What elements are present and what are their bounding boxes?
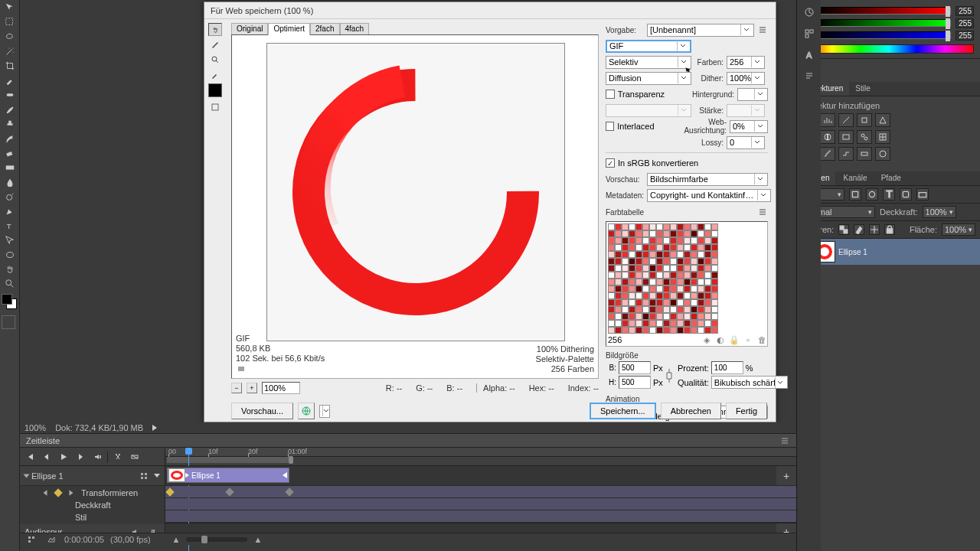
dock-para-icon[interactable] [800,67,818,86]
tl-mute-icon[interactable] [90,450,104,464]
ct-diamond-icon[interactable]: ◈ [703,336,710,344]
eyedropper-tool[interactable] [2,73,18,87]
filter-shape-icon[interactable] [900,188,912,201]
color-table[interactable]: 256 ◈ ◐ 🔒 ▫ 🗑 [606,221,768,347]
tab-2fach[interactable]: 2fach [310,23,339,35]
tl-first-icon[interactable] [23,450,37,464]
colortable-menu-icon[interactable] [757,207,768,217]
dither-select[interactable]: 100% [727,72,765,85]
zoom-select[interactable]: 100% [262,382,300,394]
zoom-icon[interactable] [208,53,222,67]
tl-prev-icon[interactable] [40,450,54,464]
zoom-in-icon[interactable]: + [247,383,257,393]
tl-options-icon[interactable] [24,533,38,546]
shape-tool[interactable] [2,248,18,262]
tl-split-icon[interactable] [111,450,125,464]
lock-pixel-icon[interactable] [854,224,864,235]
adj-curves-icon[interactable] [838,113,854,127]
crop-tool[interactable] [2,59,18,73]
lasso-tool[interactable] [2,30,18,44]
history-brush-tool[interactable] [2,132,18,145]
link-icon[interactable] [666,365,672,386]
b-slider[interactable] [815,31,951,39]
adj-poster-icon[interactable] [820,147,835,161]
reduction-select[interactable]: Selektiv [606,56,691,69]
track-grid-icon[interactable] [137,469,151,483]
track-disclose-icon[interactable] [24,474,30,478]
adj-photo-icon[interactable] [838,130,854,144]
wand-tool[interactable] [2,44,18,58]
filter-pixel-icon[interactable] [849,188,861,201]
zoom-out-icon[interactable]: − [231,383,242,393]
metadata-select[interactable]: Copyright- und Kontaktinformationen [647,189,771,202]
layer-fill-input[interactable]: 100%▾ [942,223,975,236]
tab-optimiert[interactable]: Optimiert [268,23,310,35]
matte-select[interactable] [737,88,768,101]
hand-tool[interactable] [2,262,18,276]
adj-exposure-icon[interactable] [857,113,872,127]
heal-tool[interactable] [2,88,18,102]
preset-menu-icon[interactable] [757,24,768,35]
type-tool[interactable]: T [2,219,18,233]
slice-icon[interactable] [208,37,222,51]
brush-tool[interactable] [2,103,18,116]
track-menu-icon[interactable] [154,474,160,478]
dock-swatches-icon[interactable] [800,24,818,43]
tl-zoom-in-icon[interactable]: ▲ [253,535,262,544]
spectrum-bar[interactable] [803,44,974,54]
dodge-tool[interactable] [2,190,18,204]
interlaced-checkbox[interactable] [606,122,614,131]
tl-zoom-out-icon[interactable]: ▲ [172,535,181,544]
dock-history-icon[interactable] [800,3,818,21]
filter-type-icon[interactable]: T [883,188,895,201]
color-swatches[interactable] [2,294,17,329]
move-tool[interactable] [2,1,18,15]
height-input[interactable] [619,376,651,389]
lock-pos-icon[interactable] [869,224,880,235]
lock-trans-icon[interactable] [838,224,849,235]
tl-zoom-slider[interactable] [186,537,247,542]
tl-render-icon[interactable] [44,533,58,546]
g-slider[interactable] [815,19,951,27]
bandwidth-menu-icon[interactable] [236,364,247,374]
tab-pfade[interactable]: Pfade [875,171,907,185]
format-select[interactable]: GIF [606,40,691,53]
eyedropper-icon[interactable] [208,68,222,82]
done-button[interactable]: Fertig [726,403,767,419]
r-slider[interactable] [815,7,951,15]
percent-input[interactable] [711,361,743,374]
tl-play-icon[interactable] [57,450,70,464]
preview-select[interactable]: Bildschirmfarbe [647,173,768,186]
dither-algo-select[interactable]: Diffusion [606,72,691,85]
pen-tool[interactable] [2,204,18,218]
marquee-tool[interactable] [2,15,18,29]
status-expand-icon[interactable] [152,425,157,431]
adj-lut-icon[interactable] [875,130,890,144]
dock-char-icon[interactable]: A [800,46,818,64]
tab-kanale[interactable]: Kanäle [837,171,873,185]
path-tool[interactable] [2,233,18,247]
zoom-tool[interactable] [2,277,18,291]
add-track-icon[interactable]: + [781,471,792,481]
tl-transition-icon[interactable] [128,450,142,464]
width-input[interactable] [619,361,651,374]
ct-shift-icon[interactable]: ◐ [717,336,724,344]
tab-4fach[interactable]: 4fach [340,23,369,35]
websnap-select[interactable]: 0% [730,120,768,133]
lossy-select[interactable]: 0 [727,136,765,149]
preset-select[interactable]: [Unbenannt] [647,24,754,37]
stamp-tool[interactable] [2,117,18,131]
adj-bw-icon[interactable] [820,130,835,144]
kf-diamond-icon[interactable] [54,488,62,497]
save-button[interactable]: Speichern... [590,403,656,419]
lock-all-icon[interactable] [884,224,895,235]
cancel-button[interactable]: Abbrechen [661,403,721,419]
preview-button[interactable]: Vorschau... [231,403,293,419]
ct-lock-icon[interactable]: 🔒 [730,336,738,344]
adj-mixer-icon[interactable] [857,130,872,144]
gradient-tool[interactable] [2,161,18,174]
tl-next-icon[interactable] [74,450,87,464]
filter-smart-icon[interactable] [916,188,929,201]
timeline-menu-icon[interactable] [779,435,790,446]
quality-select[interactable]: Bikubisch schärfer [711,376,788,389]
